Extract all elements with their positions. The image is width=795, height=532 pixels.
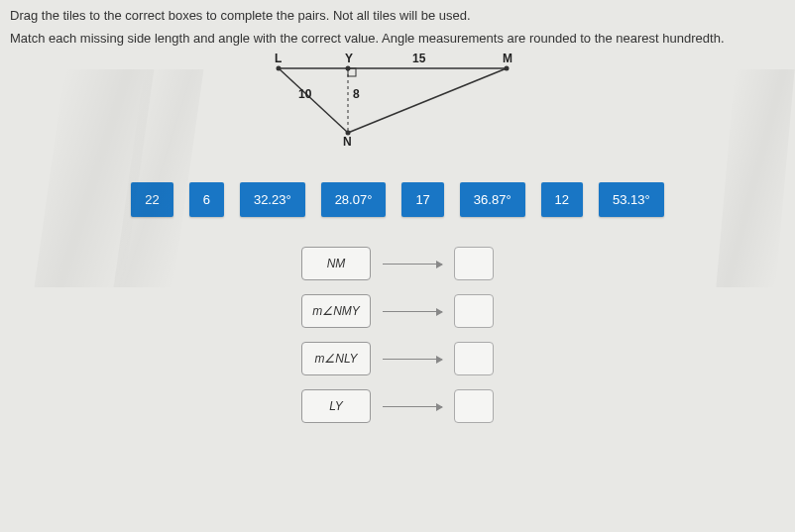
arrow-icon [383,264,442,265]
tile-22[interactable]: 22 [131,182,172,217]
label-box-nm: NM [301,247,371,280]
label-box-nly: m∠NLY [301,342,371,375]
pair-row-nm: NM [301,247,494,280]
instructions-text: Drag the tiles to the correct boxes to c… [0,0,795,27]
drop-box-nmy[interactable] [454,294,494,328]
tile-17[interactable]: 17 [401,182,443,217]
label-Y: Y [345,52,353,65]
pair-row-nly: m∠NLY [301,342,494,375]
arrow-icon [383,311,442,312]
label-15: 15 [412,52,425,65]
tile-53-13[interactable]: 53.13° [599,182,664,217]
tiles-row: 22 6 32.23° 28.07° 17 36.87° 12 53.13° [0,182,795,217]
drop-box-nm[interactable] [454,247,494,280]
svg-point-5 [277,66,282,71]
svg-line-1 [279,68,348,133]
pair-row-nmy: m∠NMY [301,294,494,328]
drop-box-nly[interactable] [454,342,494,375]
svg-line-2 [348,68,507,133]
triangle-diagram: L Y M N 10 8 15 [249,53,546,153]
label-box-nmy: m∠NMY [301,294,371,328]
label-M: M [503,52,512,65]
label-L: L [275,52,282,65]
tile-12[interactable]: 12 [541,182,583,217]
arrow-icon [383,406,442,407]
drop-box-ly[interactable] [454,389,494,423]
tile-6[interactable]: 6 [189,182,224,217]
label-10: 10 [298,87,311,101]
tile-36-87[interactable]: 36.87° [460,182,525,217]
subinstructions-text: Match each missing side length and angle… [0,27,795,53]
arrow-icon [383,359,442,360]
label-box-ly: LY [301,389,371,423]
tile-32-23[interactable]: 32.23° [240,182,305,217]
svg-point-7 [505,66,510,71]
svg-point-6 [346,66,351,71]
label-N: N [343,135,352,149]
pair-row-ly: LY [301,389,494,423]
pairs-area: NM m∠NMY m∠NLY LY [0,247,795,423]
tile-28-07[interactable]: 28.07° [321,182,387,217]
diagram-svg [249,53,546,153]
label-8: 8 [353,87,360,101]
